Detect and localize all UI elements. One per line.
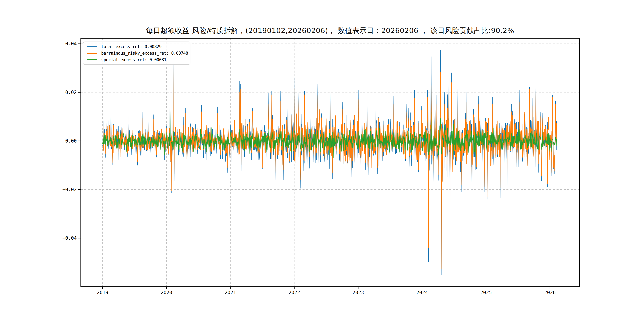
legend-entry-barraindus-risky: barraindus_risky_excess_ret: 0.00748 [85, 50, 188, 56]
y-tick-label: −0.02 [62, 187, 77, 192]
x-tick-label: 2026 [544, 290, 556, 295]
legend-label-special: special_excess_ret: 0.00081 [101, 58, 166, 62]
legend-label-total: total_excess_ret: 0.00829 [101, 44, 162, 49]
legend-line-total-icon [87, 46, 97, 47]
y-tick-label: 0.00 [65, 138, 77, 144]
y-tick-label: 0.02 [65, 90, 77, 95]
legend-line-special-icon [87, 59, 97, 60]
legend-entry-total: total_excess_ret: 0.00829 [85, 43, 188, 50]
legend-label-barraindus-risky: barraindus_risky_excess_ret: 0.00748 [101, 51, 188, 56]
x-tick-label: 2021 [224, 290, 236, 295]
x-tick-label: 2019 [97, 290, 108, 295]
chart-title: 每日超额收益-风险/特质拆解，(20190102,20260206)， 数值表示… [81, 26, 580, 36]
x-tick-label: 2024 [416, 290, 428, 295]
x-tick-label: 2025 [480, 290, 492, 295]
y-tick-label: −0.04 [62, 235, 77, 241]
legend-entry-special: special_excess_ret: 0.00081 [85, 56, 188, 63]
x-tick-label: 2020 [161, 290, 172, 295]
figure-canvas: 0.040.020.00−0.02−0.04201920202021202220… [0, 0, 644, 322]
y-tick-label: 0.04 [65, 41, 77, 46]
x-tick-label: 2022 [288, 290, 300, 295]
legend-line-barraindus-risky-icon [87, 53, 97, 54]
x-tick-label: 2023 [352, 290, 364, 295]
legend-box: total_excess_ret: 0.00829 barraindus_ris… [83, 42, 190, 65]
